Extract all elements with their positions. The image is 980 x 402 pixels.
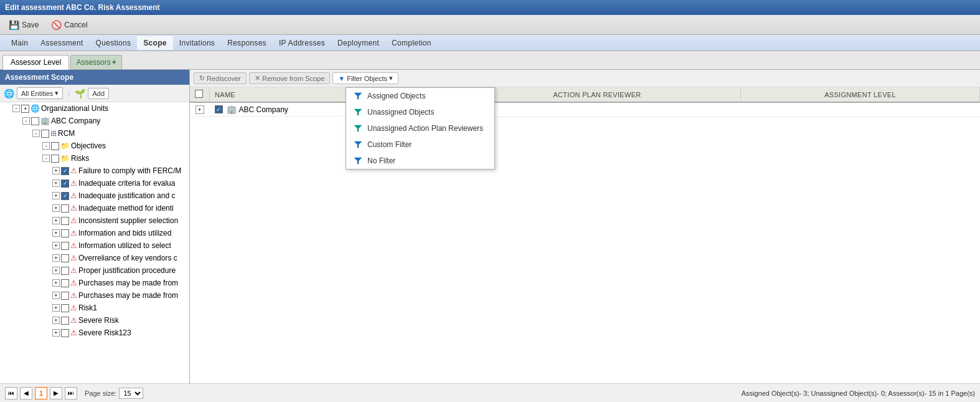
tree-item[interactable]: +⚠Severe Risk123 [0,327,189,339]
filter-objects-btn[interactable]: ▼ Filter Objects ▾ [332,72,398,84]
tree-checkbox[interactable] [61,317,69,325]
tree-expand-btn[interactable]: - [22,117,30,125]
nav-questions[interactable]: Questions [90,36,138,50]
tree-item[interactable]: +⚠Risk1 [0,302,189,314]
prev-page-btn[interactable]: ◀ [20,387,32,400]
tree-item[interactable]: -📁Objectives [0,140,189,152]
rediscover-btn[interactable]: ↻ Rediscover [194,72,247,84]
nav-assessment[interactable]: Assessment [34,36,89,50]
tree-expand-btn[interactable]: + [52,167,60,175]
tree-icon-risk: ⚠ [70,254,77,262]
first-page-btn[interactable]: ⏮ [5,387,17,400]
tree-checkbox[interactable] [51,142,59,150]
tree-item[interactable]: +⚠Proper justification procedure [0,264,189,277]
tree-item[interactable]: +⚠Purchases may be made from [0,277,189,289]
tree-item[interactable]: -⊞RCM [0,127,189,140]
tree-expand-btn[interactable]: + [52,242,60,249]
tree-expand-btn[interactable]: + [52,317,60,324]
filter-assigned-objects[interactable]: Assigned Objects [346,88,494,104]
tree-expand-btn[interactable]: + [52,279,60,287]
tree-expand-btn[interactable]: + [52,329,60,337]
nav-menu: Main Assessment Questions Scope Invitati… [0,35,980,51]
tree-item[interactable]: -🏢ABC Company [0,115,189,127]
filter-custom[interactable]: Custom Filter [346,136,494,153]
tree-checkbox[interactable]: ✓ [61,192,69,200]
tree-expand-btn[interactable]: + [52,179,60,187]
tree-expand-btn[interactable]: + [52,217,60,224]
tree-expand-btn[interactable]: + [52,254,60,262]
tree-item[interactable]: -📁Risks [0,152,189,165]
nav-deployment[interactable]: Deployment [331,36,385,50]
tree-checkbox[interactable]: ✓ [61,179,69,188]
tree-item[interactable]: +⚠Overreliance of key vendors c [0,252,189,264]
tree-checkbox[interactable] [61,267,69,275]
select-all-checkbox[interactable] [195,90,203,98]
cancel-button[interactable]: 🚫 Cancel [47,19,91,31]
tab-assessors[interactable]: Assessors + [70,55,121,69]
tree-item[interactable]: +⚠Inadequate method for identi [0,202,189,214]
tree-item-label: Purchases may be made from [78,279,178,287]
tree-expand-btn[interactable]: - [42,142,50,150]
filter-chevron-icon: ▾ [389,74,393,82]
tree-item[interactable]: +⚠Inconsistent supplier selection [0,214,189,227]
tree-item[interactable]: +⚠Severe Risk [0,314,189,327]
nav-completion[interactable]: Completion [385,36,438,50]
tree-checkbox[interactable] [41,130,49,138]
filter-unassigned-action-plan[interactable]: Unassigned Action Plan Reviewers [346,120,494,136]
current-page[interactable]: 1 [35,387,47,400]
all-entities-btn[interactable]: All Entities ▾ [17,87,63,99]
nav-main[interactable]: Main [5,36,34,50]
tree-checkbox[interactable] [31,117,39,125]
nav-scope[interactable]: Scope [137,36,173,50]
tree-item[interactable]: +✓⚠Inadequate criteria for evalua [0,177,189,189]
tree-checkbox[interactable] [61,254,69,262]
table-row: + ✓ 🏢 ABC Company [190,102,980,117]
tree-checkbox[interactable] [61,279,69,287]
tree-expand-btn[interactable]: + [52,204,60,212]
nav-ip-addresses[interactable]: IP Addresses [273,36,331,50]
filter-no-filter[interactable]: No Filter [346,153,494,169]
tree-item[interactable]: +⚠Information utilized to select [0,239,189,252]
row-expand-btn[interactable]: + [196,105,204,114]
next-page-btn[interactable]: ▶ [50,387,62,400]
tree-checkbox[interactable] [61,204,69,213]
tree-expand-btn[interactable]: + [52,192,60,199]
tree-expand-btn[interactable]: - [32,130,40,137]
tree-icon-risk: ⚠ [70,204,77,213]
add-btn[interactable]: Add [88,88,109,99]
tree-item[interactable]: +⚠Purchases may be made from [0,289,189,302]
tree-expand-btn[interactable]: + [52,267,60,274]
tab-assessor-level[interactable]: Assessor Level [2,55,69,70]
remove-from-scope-btn[interactable]: ✕ Remove from Scope [249,72,330,84]
tree-expand-btn[interactable]: - [12,105,20,112]
tree-container[interactable]: -▪🌐Organizational Units-🏢ABC Company-⊞RC… [0,102,189,383]
tree-expand-btn[interactable]: + [52,229,60,237]
tree-checkbox[interactable] [61,329,69,337]
scope-table: Name Action Plan Reviewer Assignment Lev… [190,87,980,117]
tree-item-label: Severe Risk123 [78,328,131,337]
tree-checkbox[interactable] [51,155,59,163]
tree-checkbox[interactable] [61,242,69,250]
nav-invitations[interactable]: Invitations [173,36,221,50]
tree-checkbox[interactable]: ✓ [61,167,69,175]
row-checkbox[interactable]: ✓ [215,105,223,113]
tree-checkbox[interactable] [61,229,69,237]
tree-expand-btn[interactable]: - [42,155,50,162]
tree-checkbox[interactable] [61,292,69,300]
nav-responses[interactable]: Responses [221,36,273,50]
tree-expand-btn[interactable]: + [52,304,60,312]
save-button[interactable]: 💾 Save [5,19,42,31]
page-size-select[interactable]: 15 25 50 [119,388,143,399]
tree-checkbox[interactable] [61,217,69,225]
tree-checkbox[interactable] [61,304,69,312]
tree-item[interactable]: +✓⚠Failure to comply with FERC/M [0,165,189,177]
tree-item[interactable]: +✓⚠Inadequate justification and c [0,189,189,202]
right-table: Name Action Plan Reviewer Assignment Lev… [190,87,980,383]
tree-item[interactable]: -▪🌐Organizational Units [0,102,189,115]
last-page-btn[interactable]: ⏭ [65,387,77,400]
filter-unassigned-objects[interactable]: Unassigned Objects [346,104,494,120]
tree-expand-btn[interactable]: + [52,292,60,299]
tree-checkbox[interactable]: ▪ [21,105,29,113]
tree-item[interactable]: +⚠Information and bids utilized [0,227,189,239]
scope-toolbar: 🌐 All Entities ▾ | 🌱 Add [0,85,189,102]
